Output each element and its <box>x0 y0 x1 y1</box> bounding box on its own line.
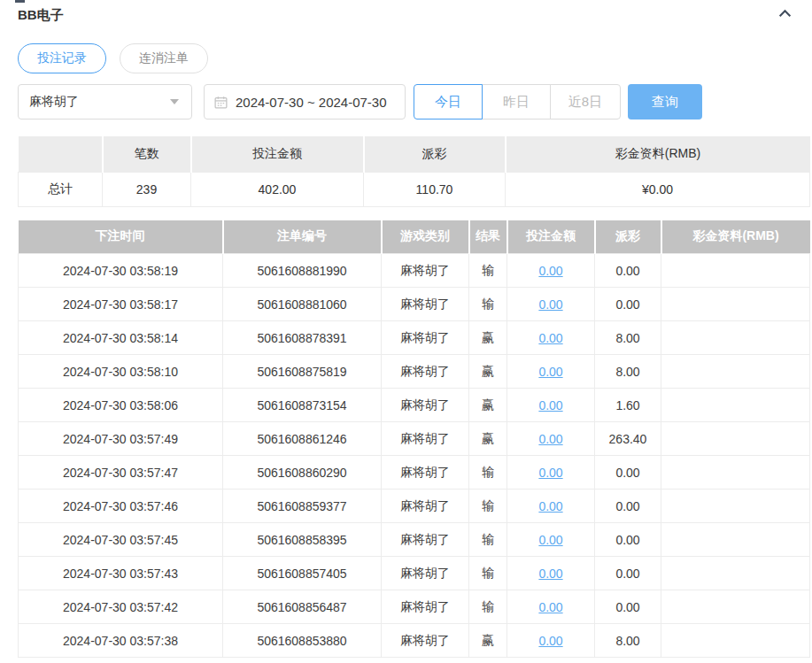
bet-amount-link[interactable]: 0.00 <box>538 398 562 412</box>
cell-payout: 0.00 <box>595 456 661 490</box>
records-table-body: 2024-07-30 03:58:19 5061608881990 麻将胡了 输… <box>19 254 810 658</box>
bet-amount-link[interactable]: 0.00 <box>538 567 562 581</box>
cell-game-type: 麻将胡了 <box>382 355 469 389</box>
cell-bet-amount: 0.00 <box>507 624 595 658</box>
bet-amount-link[interactable]: 0.00 <box>538 533 562 547</box>
clipped-edge-artifact <box>15 0 25 3</box>
tab-label: 投注记录 <box>37 50 87 66</box>
cell-bet-amount: 0.00 <box>507 523 595 557</box>
cell-bet-time: 2024-07-30 03:58:19 <box>19 254 223 288</box>
records-header-row: 下注时间 注单编号 游戏类别 结果 投注金额 派彩 彩金资料(RMB) <box>19 220 810 254</box>
cell-result: 输 <box>469 557 507 590</box>
cell-jackpot <box>661 389 810 422</box>
summary-header-count: 笔数 <box>103 136 191 172</box>
cell-payout: 8.00 <box>595 321 661 355</box>
bet-amount-link[interactable]: 0.00 <box>538 297 562 312</box>
bet-amount-link[interactable]: 0.00 <box>538 432 562 446</box>
bet-amount-link[interactable]: 0.00 <box>538 365 562 379</box>
panel-header: BB电子 <box>18 0 810 24</box>
summary-total-row: 总计 239 402.00 110.70 ¥0.00 <box>19 172 810 206</box>
cell-bet-amount: 0.00 <box>507 456 595 490</box>
cell-result: 输 <box>469 456 507 490</box>
bet-amount-link[interactable]: 0.00 <box>538 331 562 345</box>
cell-result: 赢 <box>469 624 507 658</box>
header-order-no: 注单编号 <box>223 220 382 254</box>
record-row: 2024-07-30 03:58:19 5061608881990 麻将胡了 输… <box>19 254 810 288</box>
record-row: 2024-07-30 03:57:45 5061608858395 麻将胡了 输… <box>19 523 810 557</box>
cell-bet-time: 2024-07-30 03:57:49 <box>19 422 223 456</box>
cell-payout: 0.00 <box>595 288 661 321</box>
cell-result: 输 <box>469 288 507 321</box>
cell-game-type: 麻将胡了 <box>382 321 469 355</box>
header-payout: 派彩 <box>595 220 661 254</box>
cell-payout: 0.00 <box>595 490 661 523</box>
yesterday-button[interactable]: 昨日 <box>482 84 551 119</box>
cell-bet-amount: 0.00 <box>507 254 595 288</box>
cell-result: 输 <box>469 590 507 624</box>
bet-amount-link[interactable]: 0.00 <box>538 466 562 480</box>
cell-result: 输 <box>469 523 507 557</box>
cell-bet-time: 2024-07-30 03:57:45 <box>19 523 223 557</box>
date-range-input[interactable]: 2024-07-30 ~ 2024-07-30 <box>204 84 406 119</box>
summary-header-bet-amount: 投注金额 <box>191 136 364 172</box>
total-jackpot: ¥0.00 <box>506 172 810 206</box>
cell-game-type: 麻将胡了 <box>382 557 469 590</box>
cell-order-no: 5061608859377 <box>223 490 382 523</box>
cell-bet-amount: 0.00 <box>507 321 595 355</box>
summary-header-payout: 派彩 <box>364 136 506 172</box>
cell-jackpot <box>661 321 810 355</box>
cell-game-type: 麻将胡了 <box>382 490 469 523</box>
game-select-value: 麻将胡了 <box>29 94 170 110</box>
game-select[interactable]: 麻将胡了 <box>18 84 192 119</box>
quick-range-group: 今日 昨日 近8日 <box>414 84 621 119</box>
cell-order-no: 5061608878391 <box>223 321 382 355</box>
query-button[interactable]: 查询 <box>628 84 702 119</box>
cell-jackpot <box>661 456 810 490</box>
record-row: 2024-07-30 03:57:42 5061608856487 麻将胡了 输… <box>19 590 810 624</box>
cell-game-type: 麻将胡了 <box>382 523 469 557</box>
cell-jackpot <box>661 590 810 624</box>
cell-payout: 0.00 <box>595 523 661 557</box>
bet-amount-link[interactable]: 0.00 <box>538 634 562 648</box>
record-row: 2024-07-30 03:58:17 5061608881060 麻将胡了 输… <box>19 288 810 321</box>
tab-label: 连消注单 <box>139 50 189 66</box>
cell-bet-time: 2024-07-30 03:57:38 <box>19 624 223 658</box>
bet-amount-link[interactable]: 0.00 <box>538 264 562 278</box>
tab-bet-records[interactable]: 投注记录 <box>18 43 106 73</box>
header-result: 结果 <box>469 220 507 254</box>
header-jackpot: 彩金资料(RMB) <box>661 220 810 254</box>
bet-amount-link[interactable]: 0.00 <box>538 600 562 614</box>
page-title: BB电子 <box>18 7 64 24</box>
cell-order-no: 5061608860290 <box>223 456 382 490</box>
cell-order-no: 5061608873154 <box>223 389 382 422</box>
summary-table: 笔数 投注金额 派彩 彩金资料(RMB) 总计 239 402.00 110.7… <box>18 136 810 207</box>
cell-result: 赢 <box>469 321 507 355</box>
cell-result: 赢 <box>469 355 507 389</box>
bet-amount-link[interactable]: 0.00 <box>538 499 562 513</box>
header-bet-amount: 投注金额 <box>507 220 595 254</box>
last-8-days-button[interactable]: 近8日 <box>550 84 621 119</box>
calendar-icon <box>213 95 228 110</box>
cell-result: 赢 <box>469 389 507 422</box>
collapse-panel-button[interactable] <box>777 8 793 24</box>
cell-game-type: 麻将胡了 <box>382 254 469 288</box>
cell-payout: 1.60 <box>595 389 661 422</box>
cell-game-type: 麻将胡了 <box>382 456 469 490</box>
filter-toolbar: 麻将胡了 2024-07-30 ~ 2024-07-30 今日 昨日 近8日 查… <box>18 84 810 119</box>
total-label: 总计 <box>19 172 103 206</box>
cell-payout: 8.00 <box>595 624 661 658</box>
chevron-up-icon <box>777 6 793 25</box>
cell-bet-amount: 0.00 <box>507 490 595 523</box>
cell-game-type: 麻将胡了 <box>382 389 469 422</box>
cell-bet-amount: 0.00 <box>507 389 595 422</box>
record-row: 2024-07-30 03:58:10 5061608875819 麻将胡了 赢… <box>19 355 810 389</box>
cell-bet-time: 2024-07-30 03:58:14 <box>19 321 223 355</box>
header-game-type: 游戏类别 <box>382 220 469 254</box>
tab-cancelled-orders[interactable]: 连消注单 <box>120 43 208 73</box>
cell-jackpot <box>661 422 810 456</box>
record-row: 2024-07-30 03:57:49 5061608861246 麻将胡了 赢… <box>19 422 810 456</box>
today-button[interactable]: 今日 <box>414 84 483 119</box>
total-count: 239 <box>103 172 191 206</box>
summary-header-row: 笔数 投注金额 派彩 彩金资料(RMB) <box>19 136 810 172</box>
cell-bet-time: 2024-07-30 03:58:17 <box>19 288 223 321</box>
